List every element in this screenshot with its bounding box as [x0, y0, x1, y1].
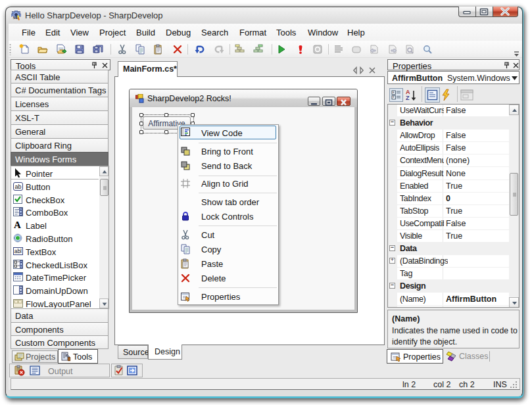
svg-text:Z: Z	[406, 95, 410, 101]
svg-text:ab: ab	[14, 183, 21, 189]
svg-text:+: +	[393, 95, 395, 99]
svg-text:+: +	[393, 90, 395, 95]
svg-text:abl: abl	[14, 248, 22, 254]
